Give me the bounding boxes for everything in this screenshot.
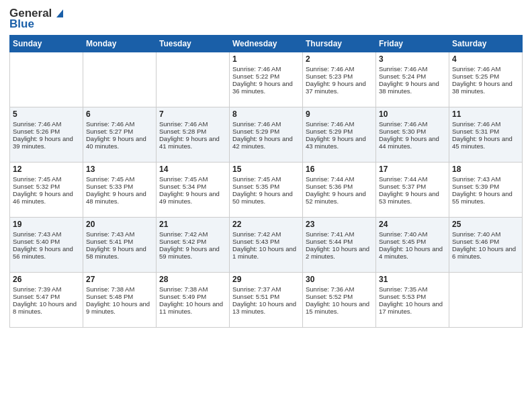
cell-content-line: Sunrise: 7:46 AM xyxy=(379,65,446,73)
day-number: 2 xyxy=(306,54,373,64)
cell-content-line: Daylight: 10 hours and 2 minutes. xyxy=(306,245,373,260)
cell-content-line: Daylight: 10 hours and 9 minutes. xyxy=(86,300,153,315)
cell-content-line: Daylight: 9 hours and 39 minutes. xyxy=(13,135,80,150)
calendar-cell: 25Sunrise: 7:40 AMSunset: 5:46 PMDayligh… xyxy=(449,218,523,273)
cell-content-line: Sunrise: 7:46 AM xyxy=(379,120,446,128)
cell-content-line: Sunrise: 7:44 AM xyxy=(379,175,446,183)
calendar-cell: 8Sunrise: 7:46 AMSunset: 5:29 PMDaylight… xyxy=(230,107,303,163)
col-header-saturday: Saturday xyxy=(449,36,523,52)
cell-content-line: Daylight: 10 hours and 6 minutes. xyxy=(452,245,519,260)
day-number: 27 xyxy=(86,275,153,284)
cell-content-line: Sunrise: 7:45 AM xyxy=(232,175,300,183)
cell-content-line: Sunrise: 7:46 AM xyxy=(159,120,226,128)
cell-content-line: Sunset: 5:35 PM xyxy=(232,183,300,190)
calendar-cell: 24Sunrise: 7:40 AMSunset: 5:45 PMDayligh… xyxy=(376,218,449,273)
cell-content-line: Daylight: 10 hours and 15 minutes. xyxy=(306,300,373,315)
day-number: 10 xyxy=(379,109,446,119)
logo: General Blue xyxy=(9,7,66,31)
cell-content-line: Sunset: 5:22 PM xyxy=(232,73,300,80)
cell-content-line: Daylight: 10 hours and 8 minutes. xyxy=(13,300,80,315)
cell-content-line: Sunrise: 7:46 AM xyxy=(452,65,519,73)
calendar-week-row: 26Sunrise: 7:39 AMSunset: 5:47 PMDayligh… xyxy=(10,273,523,328)
cell-content-line: Daylight: 9 hours and 50 minutes. xyxy=(232,190,300,205)
day-number: 6 xyxy=(86,109,153,119)
calendar-cell: 13Sunrise: 7:45 AMSunset: 5:33 PMDayligh… xyxy=(83,163,157,218)
cell-content-line: Sunset: 5:46 PM xyxy=(452,238,519,245)
cell-content-line: Sunset: 5:49 PM xyxy=(159,293,226,300)
cell-content-line: Daylight: 9 hours and 43 minutes. xyxy=(306,135,373,150)
calendar-cell xyxy=(449,273,523,328)
logo-blue-text: Blue xyxy=(9,17,34,31)
cell-content-line: Sunrise: 7:43 AM xyxy=(13,230,80,238)
cell-content-line: Daylight: 9 hours and 59 minutes. xyxy=(159,245,226,260)
cell-content-line: Sunrise: 7:43 AM xyxy=(452,175,519,183)
cell-content-line: Sunrise: 7:36 AM xyxy=(306,285,373,293)
day-number: 31 xyxy=(379,275,446,284)
cell-content-line: Sunset: 5:37 PM xyxy=(379,183,446,190)
day-number: 14 xyxy=(159,165,226,174)
cell-content-line: Sunrise: 7:45 AM xyxy=(159,175,226,183)
cell-content-line: Sunset: 5:29 PM xyxy=(306,128,373,135)
cell-content-line: Sunrise: 7:46 AM xyxy=(452,120,519,128)
day-number: 25 xyxy=(452,220,519,229)
cell-content-line: Sunrise: 7:46 AM xyxy=(306,65,373,73)
calendar-cell: 20Sunrise: 7:43 AMSunset: 5:41 PMDayligh… xyxy=(83,218,157,273)
header: General Blue xyxy=(9,7,523,31)
calendar-week-row: 19Sunrise: 7:43 AMSunset: 5:40 PMDayligh… xyxy=(10,218,523,273)
cell-content-line: Sunset: 5:53 PM xyxy=(379,293,446,300)
col-header-wednesday: Wednesday xyxy=(230,36,303,52)
cell-content-line: Sunset: 5:23 PM xyxy=(306,73,373,80)
cell-content-line: Sunset: 5:32 PM xyxy=(13,183,80,190)
day-number: 13 xyxy=(86,165,153,174)
col-header-thursday: Thursday xyxy=(303,36,376,52)
cell-content-line: Daylight: 10 hours and 17 minutes. xyxy=(379,300,446,315)
cell-content-line: Sunset: 5:30 PM xyxy=(379,128,446,135)
cell-content-line: Daylight: 9 hours and 44 minutes. xyxy=(379,135,446,150)
cell-content-line: Sunset: 5:48 PM xyxy=(86,293,153,300)
day-number: 22 xyxy=(232,220,300,229)
cell-content-line: Sunset: 5:43 PM xyxy=(232,238,300,245)
day-number: 8 xyxy=(232,109,300,119)
cell-content-line: Sunrise: 7:43 AM xyxy=(86,230,153,238)
calendar-cell xyxy=(10,52,83,107)
cell-content-line: Sunrise: 7:46 AM xyxy=(232,65,300,73)
cell-content-line: Sunrise: 7:42 AM xyxy=(159,230,226,238)
cell-content-line: Daylight: 9 hours and 52 minutes. xyxy=(306,190,373,205)
col-header-tuesday: Tuesday xyxy=(157,36,230,52)
cell-content-line: Daylight: 9 hours and 55 minutes. xyxy=(452,190,519,205)
cell-content-line: Sunrise: 7:46 AM xyxy=(232,120,300,128)
day-number: 24 xyxy=(379,220,446,229)
day-number: 26 xyxy=(13,275,80,284)
day-number: 5 xyxy=(13,109,80,119)
cell-content-line: Sunset: 5:25 PM xyxy=(452,73,519,80)
calendar-cell: 15Sunrise: 7:45 AMSunset: 5:35 PMDayligh… xyxy=(230,163,303,218)
cell-content-line: Daylight: 9 hours and 38 minutes. xyxy=(452,80,519,95)
cell-content-line: Sunset: 5:27 PM xyxy=(86,128,153,135)
calendar-table: SundayMondayTuesdayWednesdayThursdayFrid… xyxy=(9,35,523,328)
calendar-cell: 4Sunrise: 7:46 AMSunset: 5:25 PMDaylight… xyxy=(449,52,523,107)
cell-content-line: Daylight: 9 hours and 42 minutes. xyxy=(232,135,300,150)
cell-content-line: Daylight: 9 hours and 58 minutes. xyxy=(86,245,153,260)
calendar-cell: 17Sunrise: 7:44 AMSunset: 5:37 PMDayligh… xyxy=(376,163,449,218)
cell-content-line: Sunrise: 7:38 AM xyxy=(86,285,153,293)
cell-content-line: Sunset: 5:41 PM xyxy=(86,238,153,245)
cell-content-line: Daylight: 9 hours and 49 minutes. xyxy=(159,190,226,205)
day-number: 18 xyxy=(452,165,519,174)
day-number: 19 xyxy=(13,220,80,229)
cell-content-line: Sunset: 5:33 PM xyxy=(86,183,153,190)
day-number: 3 xyxy=(379,54,446,64)
calendar-cell: 26Sunrise: 7:39 AMSunset: 5:47 PMDayligh… xyxy=(10,273,83,328)
calendar-cell: 22Sunrise: 7:42 AMSunset: 5:43 PMDayligh… xyxy=(230,218,303,273)
cell-content-line: Sunrise: 7:45 AM xyxy=(13,175,80,183)
cell-content-line: Sunset: 5:28 PM xyxy=(159,128,226,135)
cell-content-line: Sunrise: 7:44 AM xyxy=(306,175,373,183)
day-number: 29 xyxy=(232,275,300,284)
cell-content-line: Sunset: 5:34 PM xyxy=(159,183,226,190)
cell-content-line: Daylight: 10 hours and 1 minute. xyxy=(232,245,300,260)
cell-content-line: Sunrise: 7:46 AM xyxy=(86,120,153,128)
cell-content-line: Daylight: 9 hours and 46 minutes. xyxy=(13,190,80,205)
cell-content-line: Daylight: 10 hours and 11 minutes. xyxy=(159,300,226,315)
cell-content-line: Daylight: 9 hours and 41 minutes. xyxy=(159,135,226,150)
calendar-cell: 21Sunrise: 7:42 AMSunset: 5:42 PMDayligh… xyxy=(157,218,230,273)
calendar-cell: 18Sunrise: 7:43 AMSunset: 5:39 PMDayligh… xyxy=(449,163,523,218)
